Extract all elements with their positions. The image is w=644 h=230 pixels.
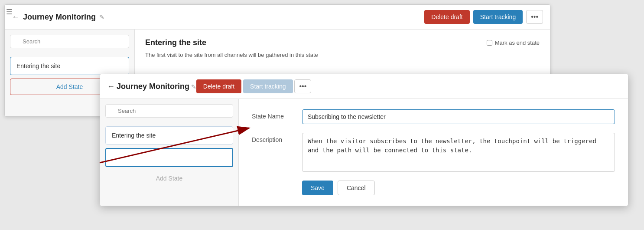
bg-back-icon[interactable]: ←: [12, 13, 20, 22]
fg-back-icon[interactable]: ←: [107, 82, 115, 91]
fg-state-item-entering[interactable]: Entering the site: [105, 126, 233, 145]
fg-state-item-empty[interactable]: [105, 148, 233, 167]
bg-more-button[interactable]: •••: [526, 10, 543, 24]
bg-window-title: Journey Monitoring: [23, 13, 96, 22]
bg-delete-draft-button[interactable]: Delete draft: [424, 10, 469, 24]
bg-start-tracking-button[interactable]: Start tracking: [473, 10, 523, 24]
bg-header-left: ← Journey Monitoring ✎: [12, 13, 424, 22]
bg-search-wrapper: 🔍: [10, 35, 129, 53]
foreground-window: ← Journey Monitoring ✎ Delete draft Star…: [100, 74, 628, 206]
bg-search-input[interactable]: [10, 35, 129, 48]
fg-save-button[interactable]: Save: [302, 181, 333, 195]
fg-state-name-input[interactable]: [302, 109, 615, 124]
bg-header: ← Journey Monitoring ✎ Delete draft Star…: [5, 5, 550, 30]
fg-description-label: Description: [252, 133, 295, 143]
fg-search-input[interactable]: [105, 104, 233, 118]
fg-edit-icon[interactable]: ✎: [191, 83, 196, 90]
fg-delete-draft-button[interactable]: Delete draft: [196, 79, 241, 93]
bg-end-state-check: Mark as end state: [487, 39, 540, 46]
fg-body: 🔍 Entering the site Add State State Name…: [100, 99, 628, 206]
fg-form-actions: Save Cancel: [302, 181, 615, 195]
fg-more-button[interactable]: •••: [294, 79, 311, 93]
bg-edit-icon[interactable]: ✎: [99, 13, 104, 20]
fg-description-row: Description When the visitor subscribes …: [252, 133, 615, 172]
bg-state-description: The first visit to the site from all cha…: [145, 52, 540, 58]
bg-state-header: Entering the site Mark as end state: [145, 38, 540, 47]
fg-search-wrapper: 🔍: [105, 104, 233, 122]
hamburger-icon[interactable]: ☰: [6, 8, 12, 16]
fg-description-textarea[interactable]: When the visitor subscribes to the newsl…: [302, 133, 615, 172]
bg-header-right: Delete draft Start tracking •••: [424, 10, 543, 24]
fg-header-right: Delete draft Start tracking •••: [196, 79, 311, 93]
fg-start-tracking-button: Start tracking: [243, 79, 293, 93]
bg-end-state-checkbox[interactable]: [487, 40, 492, 46]
fg-window-title: Journey Monitoring: [117, 82, 189, 91]
fg-header: ← Journey Monitoring ✎ Delete draft Star…: [100, 74, 628, 99]
fg-sidebar: 🔍 Entering the site Add State: [100, 99, 239, 206]
bg-end-state-label: Mark as end state: [495, 39, 540, 46]
bg-state-item-entering[interactable]: Entering the site: [10, 57, 129, 75]
bg-state-title: Entering the site: [145, 38, 206, 47]
fg-add-state-button[interactable]: Add State: [105, 171, 233, 186]
fg-state-name-row: State Name: [252, 109, 615, 124]
fg-state-name-label: State Name: [252, 109, 295, 120]
fg-header-left: ← Journey Monitoring ✎: [107, 82, 196, 91]
fg-form-panel: State Name Description When the visitor …: [239, 99, 628, 206]
fg-cancel-button[interactable]: Cancel: [338, 181, 375, 195]
